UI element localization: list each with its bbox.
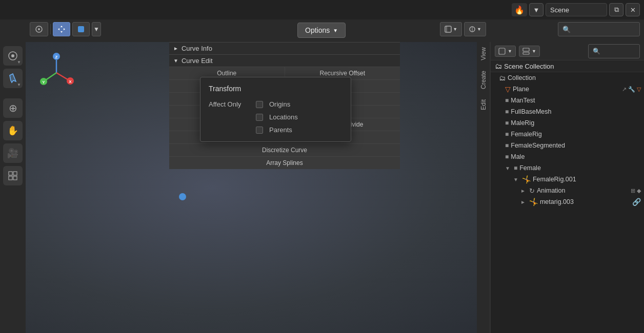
femalesegmented-label: FemaleSegmented [511,142,641,149]
options-button[interactable]: Options ▼ [297,23,346,38]
svg-rect-23 [523,48,529,51]
plane-action-wrench[interactable]: 🔧 [628,86,635,93]
tab-view[interactable]: View [477,42,490,66]
outliner-header: ▼ ▼ 🔍 [491,42,644,60]
origins-label: Origins [269,100,290,108]
collection-item[interactable]: 🗂 Collection [491,72,644,84]
animation-action2[interactable]: ◆ [637,188,641,194]
scene-selector[interactable]: 🔥 ▼ ⧉ ✕ [512,3,640,16]
cursor-tool[interactable]: ▼ [3,46,23,66]
transform-popup-title: Transform [200,82,351,98]
svg-rect-10 [13,172,17,175]
svg-rect-2 [78,26,84,32]
scene-collection-item[interactable]: 🗂 Scene Collection [491,60,644,72]
mantest-icon: ■ [505,97,509,104]
new-scene-btn[interactable]: ⧉ [609,3,623,16]
scene-dropdown-btn[interactable]: ▼ [529,3,544,16]
collection-icon: 🗂 [499,74,506,82]
display-mode-btn[interactable]: ▼ [519,46,540,57]
femalerig-item[interactable]: ■ FemaleRig [491,129,644,140]
grid-tool[interactable] [3,166,23,185]
curve-info-header[interactable]: ► Curve Info [169,42,400,54]
female-chevron: ▼ [505,165,510,171]
cursor2-tool-btn[interactable] [72,22,90,36]
metarig003-item[interactable]: ► 🤸 metarig.003 🔗 [491,196,644,207]
mantest-label: ManTest [511,97,641,104]
female-label: Female [519,164,641,172]
zoom-tool[interactable]: ⊕ [3,98,23,118]
discretize-curve-btn[interactable]: Discretize Curve [169,143,400,156]
close-scene-btn[interactable]: ✕ [626,3,640,16]
origins-checkbox[interactable] [256,101,263,108]
plane-action-link[interactable]: ↗ [622,86,627,93]
female-item[interactable]: ▼ ■ Female [491,162,644,174]
male-icon: ■ [505,153,509,160]
femalesegmented-icon: ■ [505,142,509,149]
malerig-item[interactable]: ■ MaleRig [491,117,644,129]
outliner-search-input-btn[interactable]: 🔍 [588,44,640,58]
tab-create[interactable]: Create [477,66,490,94]
svg-text:Z: Z [55,55,58,59]
axis-widget: Z X Y [36,52,77,93]
select-box-tool[interactable]: ▼ [3,69,23,88]
metarig003-icon: 🤸 [529,198,538,206]
top-bar: 🔥 ▼ ⧉ ✕ [0,0,644,19]
array-splines-btn[interactable]: Array Splines [169,156,400,169]
scene-name-input[interactable] [546,3,607,16]
curve-edit-header[interactable]: ▼ Curve Edit [169,54,400,67]
options-label: Options [305,26,330,34]
svg-line-19 [45,73,56,80]
curve-info-label: Curve Info [182,45,212,52]
metarig003-chevron: ► [520,199,526,205]
camera-tool[interactable]: 🎥 [3,143,23,163]
femalerig001-label: FemaleRig.001 [533,176,641,183]
svg-rect-24 [523,52,529,54]
pan-tool[interactable]: ✋ [3,121,23,140]
femalesegmented-item[interactable]: ■ FemaleSegmented [491,140,644,151]
tab-edit[interactable]: Edit [477,94,490,115]
collection-label: Collection [508,74,641,81]
metarig003-actions: 🔗 [632,198,641,206]
femalerig001-chevron: ▼ [513,177,518,182]
locations-checkbox[interactable] [256,114,263,121]
curve-info-arrow: ► [173,46,178,51]
outliner-search-btn[interactable]: 🔍 [558,22,640,36]
fullbasemesh-icon: ■ [505,108,509,115]
animation-action1[interactable]: ⊞ [631,188,635,194]
viewport-shading-btn[interactable]: ▼ [440,22,462,36]
plane-item[interactable]: ▽ Plane ↗ 🔧 ▽ [491,84,644,95]
fullbasemesh-item[interactable]: ■ FullBaseMesh [491,106,644,117]
svg-rect-12 [13,176,17,180]
cursor-tool-btn[interactable] [30,22,48,36]
male-item[interactable]: ■ Male [491,151,644,162]
transform-tool-btn[interactable] [53,22,70,36]
scene-collection-icon: 🗂 [495,62,502,70]
dropdown-btn[interactable]: ▼ [92,22,101,36]
affect-only-label: Affect Only [209,100,250,108]
metarig003-label: metarig.003 [540,198,630,205]
malerig-icon: ■ [505,119,509,127]
fullbasemesh-label: FullBaseMesh [511,108,641,115]
overlay-btn[interactable]: ▼ [464,22,486,36]
animation-item[interactable]: ► ↻ Animation ⊞ ◆ [491,185,644,196]
parents-checkbox[interactable] [256,127,263,134]
locations-row: Locations [200,111,351,123]
animation-actions: ⊞ ◆ [631,188,641,194]
transform-popup: Transform Affect Only Origins Locations … [200,77,351,142]
affect-only-row: Affect Only Origins [200,98,351,111]
femalerig-icon: ■ [505,131,509,138]
animation-label: Animation [537,187,629,194]
filter-btn[interactable]: ▼ [495,46,516,57]
femalerig001-item[interactable]: ▼ 🤸 FemaleRig.001 [491,174,644,185]
mantest-item[interactable]: ■ ManTest [491,95,644,106]
outliner-panel: ▼ ▼ 🔍 🗂 Scene Collection 🗂 Collection ▽ … [490,42,644,333]
animation-chevron: ► [520,188,526,194]
plane-actions: ↗ 🔧 ▽ [622,86,641,93]
parents-row: Parents [200,123,351,136]
parents-label: Parents [269,126,292,134]
plane-action-filter[interactable]: ▽ [637,86,641,93]
animation-icon: ↻ [529,187,535,195]
femalerig001-icon: 🤸 [522,175,531,183]
plane-icon: ▽ [505,85,511,93]
metarig003-action-link[interactable]: 🔗 [632,198,641,206]
